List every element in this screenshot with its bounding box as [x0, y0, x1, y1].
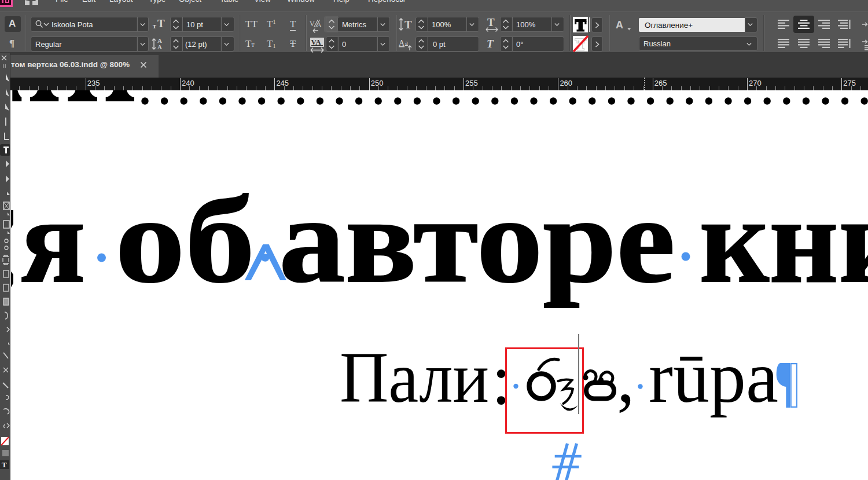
- svg-text:A: A: [317, 21, 322, 29]
- svg-text:T: T: [404, 19, 412, 31]
- svg-text:A: A: [157, 43, 162, 50]
- svg-text:A: A: [399, 39, 405, 47]
- svg-text:a: a: [405, 39, 408, 46]
- svg-text:T: T: [2, 460, 7, 469]
- svg-text:T: T: [487, 17, 495, 28]
- svg-text:VA: VA: [311, 38, 322, 46]
